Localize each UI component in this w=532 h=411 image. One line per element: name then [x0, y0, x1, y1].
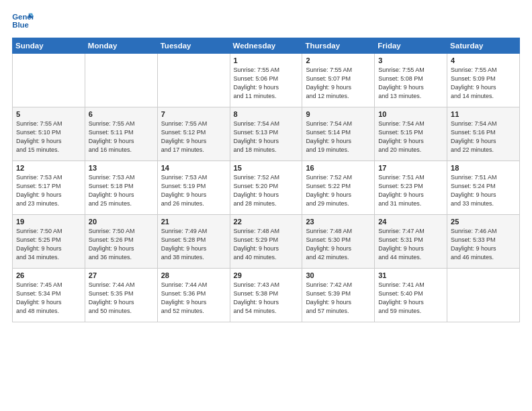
weekday-header-friday: Friday	[375, 38, 447, 54]
day-info: Sunrise: 7:55 AM Sunset: 5:09 PM Dayligh…	[451, 66, 516, 101]
day-number: 11	[451, 110, 516, 118]
day-info: Sunrise: 7:52 AM Sunset: 5:22 PM Dayligh…	[306, 173, 371, 208]
calendar-cell: 12Sunrise: 7:53 AM Sunset: 5:17 PM Dayli…	[13, 161, 85, 215]
calendar-cell: 9Sunrise: 7:54 AM Sunset: 5:14 PM Daylig…	[302, 107, 375, 161]
day-info: Sunrise: 7:53 AM Sunset: 5:19 PM Dayligh…	[161, 173, 226, 208]
calendar-cell: 1Sunrise: 7:55 AM Sunset: 5:06 PM Daylig…	[230, 54, 302, 107]
day-number: 6	[89, 110, 154, 118]
day-number: 10	[378, 110, 443, 118]
day-number: 24	[378, 218, 443, 226]
day-info: Sunrise: 7:42 AM Sunset: 5:39 PM Dayligh…	[306, 281, 371, 316]
calendar-cell: 29Sunrise: 7:43 AM Sunset: 5:38 PM Dayli…	[230, 269, 302, 322]
day-number: 29	[234, 271, 299, 279]
calendar-cell	[447, 269, 520, 322]
day-info: Sunrise: 7:46 AM Sunset: 5:33 PM Dayligh…	[451, 227, 516, 262]
day-number: 2	[306, 56, 371, 64]
calendar-cell: 27Sunrise: 7:44 AM Sunset: 5:35 PM Dayli…	[85, 269, 157, 322]
day-info: Sunrise: 7:45 AM Sunset: 5:34 PM Dayligh…	[16, 281, 81, 316]
logo-icon: General Blue	[12, 12, 34, 31]
calendar-cell	[13, 54, 85, 107]
day-info: Sunrise: 7:44 AM Sunset: 5:36 PM Dayligh…	[161, 281, 226, 316]
day-number: 21	[161, 218, 226, 226]
day-number: 12	[16, 164, 81, 172]
header: General Blue	[12, 12, 520, 31]
calendar-cell: 24Sunrise: 7:47 AM Sunset: 5:31 PM Dayli…	[375, 215, 447, 269]
day-info: Sunrise: 7:50 AM Sunset: 5:26 PM Dayligh…	[89, 227, 154, 262]
day-info: Sunrise: 7:55 AM Sunset: 5:12 PM Dayligh…	[161, 120, 226, 154]
calendar-week-4: 19Sunrise: 7:50 AM Sunset: 5:25 PM Dayli…	[13, 215, 520, 269]
day-number: 4	[451, 56, 516, 64]
day-info: Sunrise: 7:51 AM Sunset: 5:24 PM Dayligh…	[451, 173, 516, 208]
calendar-week-2: 5Sunrise: 7:55 AM Sunset: 5:10 PM Daylig…	[13, 107, 520, 161]
calendar-cell: 2Sunrise: 7:55 AM Sunset: 5:07 PM Daylig…	[302, 54, 375, 107]
weekday-header-row: SundayMondayTuesdayWednesdayThursdayFrid…	[13, 38, 520, 54]
calendar-cell: 17Sunrise: 7:51 AM Sunset: 5:23 PM Dayli…	[375, 161, 447, 215]
day-number: 31	[378, 271, 443, 279]
day-number: 27	[89, 271, 154, 279]
day-info: Sunrise: 7:43 AM Sunset: 5:38 PM Dayligh…	[234, 281, 299, 316]
day-info: Sunrise: 7:55 AM Sunset: 5:11 PM Dayligh…	[89, 120, 154, 154]
weekday-header-tuesday: Tuesday	[157, 38, 230, 54]
day-number: 16	[306, 164, 371, 172]
logo: General Blue	[12, 12, 34, 31]
weekday-header-wednesday: Wednesday	[230, 38, 302, 54]
weekday-header-monday: Monday	[85, 38, 157, 54]
calendar-cell: 20Sunrise: 7:50 AM Sunset: 5:26 PM Dayli…	[85, 215, 157, 269]
day-info: Sunrise: 7:54 AM Sunset: 5:13 PM Dayligh…	[234, 120, 299, 154]
day-number: 25	[451, 218, 516, 226]
calendar-cell: 28Sunrise: 7:44 AM Sunset: 5:36 PM Dayli…	[157, 269, 230, 322]
day-info: Sunrise: 7:54 AM Sunset: 5:14 PM Dayligh…	[306, 120, 371, 154]
calendar-cell: 21Sunrise: 7:49 AM Sunset: 5:28 PM Dayli…	[157, 215, 230, 269]
calendar-cell: 25Sunrise: 7:46 AM Sunset: 5:33 PM Dayli…	[447, 215, 520, 269]
day-info: Sunrise: 7:55 AM Sunset: 5:08 PM Dayligh…	[378, 66, 443, 101]
calendar-cell: 3Sunrise: 7:55 AM Sunset: 5:08 PM Daylig…	[375, 54, 447, 107]
calendar-week-5: 26Sunrise: 7:45 AM Sunset: 5:34 PM Dayli…	[13, 269, 520, 322]
day-number: 3	[378, 56, 443, 64]
day-info: Sunrise: 7:52 AM Sunset: 5:20 PM Dayligh…	[234, 173, 299, 208]
calendar-cell: 23Sunrise: 7:48 AM Sunset: 5:30 PM Dayli…	[302, 215, 375, 269]
day-number: 1	[234, 56, 299, 64]
day-info: Sunrise: 7:44 AM Sunset: 5:35 PM Dayligh…	[89, 281, 154, 316]
day-info: Sunrise: 7:50 AM Sunset: 5:25 PM Dayligh…	[16, 227, 81, 262]
day-info: Sunrise: 7:54 AM Sunset: 5:16 PM Dayligh…	[451, 120, 516, 154]
day-info: Sunrise: 7:55 AM Sunset: 5:06 PM Dayligh…	[234, 66, 299, 101]
calendar-cell: 7Sunrise: 7:55 AM Sunset: 5:12 PM Daylig…	[157, 107, 230, 161]
day-info: Sunrise: 7:47 AM Sunset: 5:31 PM Dayligh…	[378, 227, 443, 262]
day-info: Sunrise: 7:41 AM Sunset: 5:40 PM Dayligh…	[378, 281, 443, 316]
svg-text:Blue: Blue	[12, 21, 29, 29]
weekday-header-saturday: Saturday	[447, 38, 520, 54]
day-number: 28	[161, 271, 226, 279]
day-number: 23	[306, 218, 371, 226]
calendar-cell	[157, 54, 230, 107]
calendar-cell: 22Sunrise: 7:48 AM Sunset: 5:29 PM Dayli…	[230, 215, 302, 269]
calendar-cell: 15Sunrise: 7:52 AM Sunset: 5:20 PM Dayli…	[230, 161, 302, 215]
day-number: 14	[161, 164, 226, 172]
day-info: Sunrise: 7:53 AM Sunset: 5:17 PM Dayligh…	[16, 173, 81, 208]
day-number: 19	[16, 218, 81, 226]
day-number: 5	[16, 110, 81, 118]
day-number: 15	[234, 164, 299, 172]
day-number: 13	[89, 164, 154, 172]
calendar-cell: 6Sunrise: 7:55 AM Sunset: 5:11 PM Daylig…	[85, 107, 157, 161]
day-info: Sunrise: 7:49 AM Sunset: 5:28 PM Dayligh…	[161, 227, 226, 262]
calendar-cell: 13Sunrise: 7:53 AM Sunset: 5:18 PM Dayli…	[85, 161, 157, 215]
calendar-cell: 26Sunrise: 7:45 AM Sunset: 5:34 PM Dayli…	[13, 269, 85, 322]
calendar-cell: 16Sunrise: 7:52 AM Sunset: 5:22 PM Dayli…	[302, 161, 375, 215]
day-info: Sunrise: 7:53 AM Sunset: 5:18 PM Dayligh…	[89, 173, 154, 208]
calendar-cell: 31Sunrise: 7:41 AM Sunset: 5:40 PM Dayli…	[375, 269, 447, 322]
weekday-header-sunday: Sunday	[13, 38, 85, 54]
calendar-cell: 30Sunrise: 7:42 AM Sunset: 5:39 PM Dayli…	[302, 269, 375, 322]
calendar-cell: 10Sunrise: 7:54 AM Sunset: 5:15 PM Dayli…	[375, 107, 447, 161]
calendar-cell: 18Sunrise: 7:51 AM Sunset: 5:24 PM Dayli…	[447, 161, 520, 215]
day-number: 17	[378, 164, 443, 172]
calendar-cell: 8Sunrise: 7:54 AM Sunset: 5:13 PM Daylig…	[230, 107, 302, 161]
calendar-table: SundayMondayTuesdayWednesdayThursdayFrid…	[12, 38, 520, 322]
day-number: 9	[306, 110, 371, 118]
day-info: Sunrise: 7:55 AM Sunset: 5:10 PM Dayligh…	[16, 120, 81, 154]
day-info: Sunrise: 7:48 AM Sunset: 5:29 PM Dayligh…	[234, 227, 299, 262]
day-number: 22	[234, 218, 299, 226]
calendar-cell: 5Sunrise: 7:55 AM Sunset: 5:10 PM Daylig…	[13, 107, 85, 161]
day-info: Sunrise: 7:54 AM Sunset: 5:15 PM Dayligh…	[378, 120, 443, 154]
day-number: 20	[89, 218, 154, 226]
day-number: 8	[234, 110, 299, 118]
